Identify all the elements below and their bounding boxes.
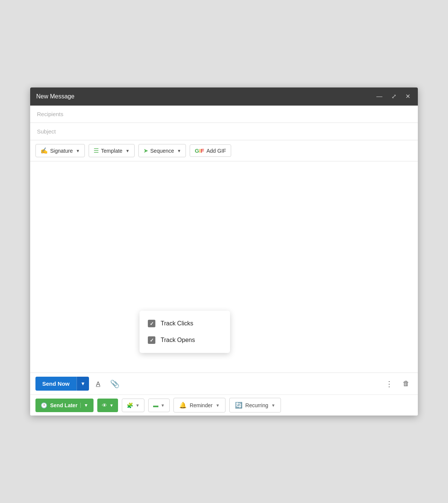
eye-icon: 👁: [102, 402, 107, 408]
track-clicks-item[interactable]: Track Clicks: [140, 315, 230, 332]
font-format-button[interactable]: A: [93, 377, 103, 390]
snippet-button[interactable]: ▬ ▼: [148, 399, 170, 412]
attachment-button[interactable]: 📎: [107, 377, 123, 391]
bell-icon: 🔔: [179, 402, 187, 409]
recurring-chevron: ▼: [271, 403, 275, 408]
signature-icon: ✍: [40, 147, 48, 154]
track-opens-checkbox[interactable]: [148, 336, 155, 344]
send-now-dropdown-button[interactable]: ▼: [77, 377, 89, 391]
subject-placeholder: Subject: [37, 128, 56, 135]
template-icon: ☰: [94, 147, 99, 154]
signature-label: Signature: [50, 148, 73, 154]
track-opens-item[interactable]: Track Opens: [140, 332, 230, 348]
more-options-button[interactable]: ⋮: [382, 377, 396, 391]
window-controls: — ⤢ ✕: [375, 93, 412, 100]
send-now-group: Send Now ▼: [35, 377, 89, 391]
send-later-button[interactable]: 🕐 Send Later ▼: [35, 399, 94, 412]
sequence-label: Sequence: [150, 148, 174, 154]
send-later-chevron: ▼: [80, 403, 88, 408]
font-icon: A: [96, 380, 100, 388]
signature-chevron: ▼: [76, 149, 80, 153]
recipients-placeholder: Recipients: [37, 111, 63, 117]
template-chevron: ▼: [126, 149, 130, 153]
bottom-bar-secondary: 🕐 Send Later ▼ 👁 ▼ 🧩 ▼ ▬ ▼ 🔔 Reminder ▼ …: [30, 394, 418, 416]
plugin-chevron: ▼: [135, 403, 140, 408]
title-bar: New Message — ⤢ ✕: [30, 87, 418, 106]
window-title: New Message: [36, 93, 74, 100]
puzzle-icon: 🧩: [127, 402, 133, 408]
track-eye-button[interactable]: 👁 ▼: [97, 399, 118, 412]
subject-row[interactable]: Subject: [30, 123, 418, 140]
track-clicks-checkbox[interactable]: [148, 320, 155, 327]
template-button[interactable]: ☰ Template ▼: [89, 144, 135, 157]
send-later-label: Send Later: [50, 402, 77, 408]
track-popup: Track Clicks Track Opens: [140, 311, 230, 353]
close-button[interactable]: ✕: [404, 93, 412, 100]
compose-window: New Message — ⤢ ✕ Recipients Subject ✍ S…: [30, 87, 418, 416]
add-gif-button[interactable]: GIF Add GIF: [190, 144, 231, 157]
snippet-icon: ▬: [153, 402, 158, 408]
clock-icon: 🕐: [41, 402, 47, 408]
minimize-button[interactable]: —: [375, 93, 384, 100]
reminder-button[interactable]: 🔔 Reminder ▼: [173, 398, 226, 413]
gif-icon: GIF: [195, 147, 204, 154]
template-label: Template: [101, 148, 123, 154]
send-now-button[interactable]: Send Now: [35, 377, 77, 391]
recipients-row[interactable]: Recipients: [30, 106, 418, 123]
sequence-chevron: ▼: [177, 149, 181, 153]
delete-button[interactable]: 🗑: [400, 377, 413, 390]
trash-icon: 🗑: [403, 380, 410, 387]
maximize-button[interactable]: ⤢: [390, 93, 398, 100]
compose-toolbar: ✍ Signature ▼ ☰ Template ▼ ➤ Sequence ▼ …: [30, 140, 418, 161]
sequence-icon: ➤: [143, 147, 148, 154]
recurring-icon: 🔄: [235, 402, 242, 409]
track-opens-label: Track Opens: [161, 337, 195, 344]
paperclip-icon: 📎: [110, 380, 120, 388]
snippet-chevron: ▼: [161, 403, 165, 408]
track-clicks-label: Track Clicks: [161, 320, 193, 327]
recurring-label: Recurring: [245, 402, 268, 408]
sequence-button[interactable]: ➤ Sequence ▼: [138, 144, 186, 157]
bottom-bar-primary: Send Now ▼ A 📎 Track Clicks Track Opens …: [30, 373, 418, 394]
plugin-button[interactable]: 🧩 ▼: [122, 399, 144, 412]
signature-button[interactable]: ✍ Signature ▼: [35, 144, 85, 157]
reminder-chevron: ▼: [216, 403, 220, 408]
track-eye-chevron: ▼: [109, 403, 114, 408]
reminder-label: Reminder: [190, 402, 213, 408]
recurring-button[interactable]: 🔄 Recurring ▼: [229, 398, 281, 413]
add-gif-label: Add GIF: [207, 148, 226, 154]
